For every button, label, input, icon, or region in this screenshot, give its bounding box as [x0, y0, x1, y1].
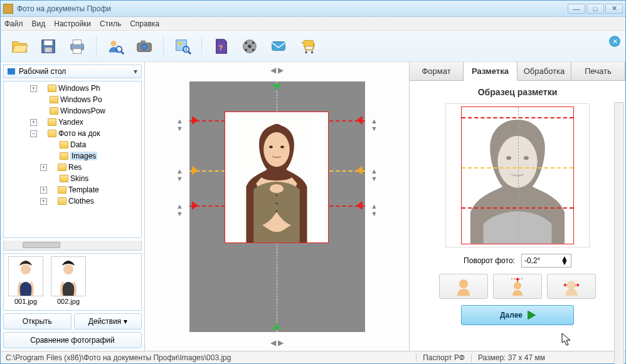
menu-file[interactable]: Файл	[4, 19, 23, 28]
feedback-icon[interactable]	[266, 34, 291, 59]
location-combo[interactable]: Рабочий стол ▾	[3, 65, 142, 78]
status-path: C:\Program Files (x86)\Фото на документы…	[6, 353, 231, 362]
app-icon	[3, 4, 13, 14]
maximize-button[interactable]: □	[586, 4, 604, 14]
svg-point-26	[311, 51, 314, 53]
red-marker-tl[interactable]	[192, 116, 198, 125]
pan-arrows-right-3[interactable]: ▲▼	[371, 202, 378, 217]
panel-scrollbar[interactable]	[614, 102, 624, 364]
svg-point-39	[506, 156, 511, 160]
help-icon[interactable]: ?	[208, 34, 233, 59]
rotate-label: Поворот фото:	[464, 256, 515, 265]
head-tool-button[interactable]	[439, 274, 488, 299]
menu-style[interactable]: Стиль	[100, 19, 121, 28]
menu-settings[interactable]: Настройки	[54, 19, 91, 28]
svg-point-31	[269, 145, 273, 148]
red-marker-tr[interactable]	[356, 116, 363, 125]
photo-preview	[225, 112, 328, 242]
arrow-right-icon	[528, 311, 535, 320]
canvas-area[interactable]: ◀ ▶ ◀ ▶	[145, 62, 409, 351]
close-button[interactable]: ✕	[605, 4, 623, 14]
yellow-marker-l[interactable]	[192, 166, 198, 175]
tab-format[interactable]: Формат	[410, 62, 464, 80]
crop-frame[interactable]	[225, 112, 329, 243]
svg-rect-24	[304, 40, 313, 46]
red-marker-bl[interactable]	[192, 201, 198, 210]
pan-arrows-left-3[interactable]: ▲▼	[176, 202, 183, 217]
pan-arrows-left-2[interactable]: ▲▼	[176, 167, 183, 182]
svg-point-28	[63, 264, 73, 274]
actions-button[interactable]: Действия ▾	[74, 313, 142, 330]
width-tool-button[interactable]	[547, 274, 596, 299]
combo-label: Рабочий стол	[19, 67, 66, 76]
yellow-marker-r[interactable]	[356, 166, 363, 175]
tabs: Формат Разметка Обработка Печать	[410, 62, 625, 81]
tree-item[interactable]: Data	[4, 139, 141, 150]
menu-help[interactable]: Справка	[130, 19, 159, 28]
svg-rect-12	[176, 39, 187, 50]
toolbar: ? ✕	[1, 31, 625, 62]
open-file-icon[interactable]	[7, 34, 32, 59]
svg-point-34	[275, 194, 277, 196]
minimize-button[interactable]: —	[568, 4, 585, 14]
tree-item[interactable]: +Windows Ph	[4, 83, 141, 94]
tree-item[interactable]: +Yandex	[4, 117, 141, 128]
svg-point-13	[178, 41, 182, 45]
sample-heading: Образец разметки	[478, 87, 558, 97]
green-marker-bottom[interactable]	[272, 323, 281, 330]
svg-point-6	[111, 40, 117, 46]
thumbnails: 001.jpg002.jpg	[3, 253, 142, 311]
thumbnail[interactable]: 002.jpg	[49, 256, 88, 308]
save-icon[interactable]	[36, 34, 61, 59]
menu-view[interactable]: Вид	[32, 19, 46, 28]
next-button[interactable]: Далее	[461, 305, 574, 325]
svg-rect-23	[272, 41, 285, 50]
person-zoom-icon[interactable]	[103, 34, 128, 59]
svg-point-20	[252, 41, 255, 44]
cart-icon[interactable]	[295, 34, 320, 59]
svg-point-38	[497, 136, 537, 188]
tree-item[interactable]: Images	[4, 150, 141, 162]
thumbnail[interactable]: 001.jpg	[6, 256, 45, 308]
svg-rect-2	[45, 47, 51, 52]
folder-tree[interactable]: +Windows PhWindows PoWindowsPow+Yandex−Ф…	[3, 81, 142, 238]
pan-arrows-right-2[interactable]: ▲▼	[371, 167, 378, 182]
tree-item[interactable]: Windows Po	[4, 94, 141, 105]
pan-arrows-top[interactable]: ◀ ▶	[270, 66, 284, 75]
window-title: Фото на документы Профи	[17, 4, 568, 13]
rotate-spinner[interactable]: -0,2° ▲▼	[521, 254, 571, 268]
open-button[interactable]: Открыть	[3, 313, 72, 330]
svg-text:?: ?	[219, 43, 223, 51]
markup-panel: Образец разметки	[410, 81, 625, 351]
pan-arrows-right-1[interactable]: ▲▼	[371, 117, 378, 132]
tree-item[interactable]: +Template	[4, 184, 141, 195]
tree-item[interactable]: Skins	[4, 173, 141, 184]
svg-rect-4	[73, 39, 81, 44]
pan-arrows-bottom[interactable]: ◀ ▶	[270, 338, 284, 347]
red-marker-br[interactable]	[356, 201, 363, 210]
svg-point-25	[305, 51, 307, 53]
preview-icon[interactable]	[170, 34, 195, 59]
tab-print[interactable]: Печать	[571, 62, 625, 80]
svg-point-35	[275, 202, 277, 204]
compare-button[interactable]: Сравнение фотографий	[3, 332, 142, 348]
tab-markup[interactable]: Разметка	[464, 62, 517, 81]
camera-icon[interactable]	[132, 34, 157, 59]
pan-arrows-left-1[interactable]: ▲▼	[176, 117, 183, 132]
close-panel-icon[interactable]: ✕	[609, 36, 620, 47]
status-format: Паспорт РФ	[423, 353, 465, 362]
tree-scrollbar[interactable]	[3, 241, 142, 251]
video-icon[interactable]	[237, 34, 262, 59]
height-tool-button[interactable]	[493, 274, 542, 299]
green-marker-top[interactable]	[272, 84, 281, 90]
tree-item[interactable]: +Res	[4, 162, 141, 173]
svg-point-30	[263, 132, 290, 166]
tab-processing[interactable]: Обработка	[517, 62, 571, 80]
print-icon[interactable]	[65, 34, 90, 59]
rotate-value: -0,2°	[524, 256, 540, 265]
tree-item[interactable]: WindowsPow	[4, 105, 141, 117]
tree-item[interactable]: +Clothes	[4, 195, 141, 207]
svg-point-27	[21, 264, 31, 274]
tree-item[interactable]: −Фото на док	[4, 128, 141, 139]
photo-canvas[interactable]	[189, 81, 365, 332]
